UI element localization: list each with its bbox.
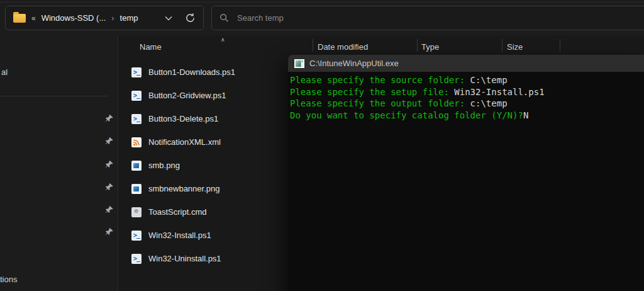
console-prompt-text: Please specify the source folder:	[290, 75, 470, 85]
column-divider[interactable]	[313, 39, 313, 52]
file-name: smbnewbanner.png	[148, 184, 219, 193]
breadcrumb-current-folder[interactable]: temp	[120, 13, 138, 23]
image-file-icon	[131, 184, 142, 194]
search-input[interactable]	[236, 13, 643, 23]
file-row[interactable]: Button2-Gridview.ps1	[123, 84, 281, 108]
column-divider[interactable]	[417, 39, 418, 52]
powershell-file-icon	[131, 114, 142, 124]
file-name: Button2-Gridview.ps1	[148, 91, 226, 100]
file-name: Win32-Uninstall.ps1	[148, 254, 221, 263]
sidebar-item-partial-bottom[interactable]: tions	[0, 275, 17, 284]
powershell-file-icon	[131, 67, 142, 77]
powershell-file-icon	[131, 91, 142, 101]
sidebar-divider	[118, 35, 118, 291]
pin-icon[interactable]	[105, 160, 114, 169]
console-prompt-text: Please specify the output folder:	[290, 98, 470, 108]
file-row[interactable]: NotificationXML.xml	[123, 131, 281, 154]
pin-icon[interactable]	[105, 137, 114, 146]
powershell-file-icon	[131, 231, 142, 241]
console-line: Please specify the source folder: C:\tem…	[290, 74, 644, 86]
address-bar[interactable]: « Windows-SSD (... › temp	[5, 6, 204, 30]
console-line: Please specify the setup file: Win32-Ins…	[290, 86, 644, 98]
window-top-border	[0, 2, 644, 3]
xml-file-icon	[131, 137, 142, 147]
console-value-text: Win32-Install.ps1	[454, 87, 544, 97]
sidebar-section-divider	[0, 96, 108, 96]
column-header-type[interactable]: Type	[421, 42, 439, 52]
search-icon	[219, 13, 229, 23]
file-explorer-window: { "toolbar": { "breadcrumb": { "overflow…	[0, 0, 644, 291]
console-window: C:\IntuneWinAppUtil.exe Please specify t…	[288, 55, 644, 291]
console-prompt-text: Do you want to specify catalog folder (Y…	[290, 110, 523, 120]
column-header-date-modified[interactable]: Date modified	[318, 42, 368, 52]
pin-icon[interactable]	[105, 114, 114, 123]
search-bar[interactable]	[211, 6, 644, 30]
breadcrumb-root[interactable]: Windows-SSD (...	[42, 13, 106, 23]
pin-icon[interactable]	[105, 205, 114, 214]
image-file-icon	[131, 161, 142, 171]
powershell-file-icon	[131, 254, 142, 264]
breadcrumb-separator: ›	[111, 13, 114, 23]
refresh-icon[interactable]	[185, 13, 196, 23]
console-output: Please specify the source folder: C:\tem…	[288, 72, 644, 291]
sort-ascending-icon: ∧	[221, 37, 225, 43]
console-prompt-text: Please specify the setup file:	[290, 87, 454, 97]
file-row[interactable]: ToastScript.cmd	[123, 201, 281, 224]
file-row[interactable]: Win32-Uninstall.ps1	[123, 248, 281, 271]
file-name: ToastScript.cmd	[148, 207, 206, 217]
pin-icon[interactable]	[105, 183, 114, 191]
console-titlebar[interactable]: C:\IntuneWinAppUtil.exe	[288, 55, 644, 72]
file-row[interactable]: smbnewbanner.png	[123, 178, 281, 201]
chevron-down-icon[interactable]	[165, 16, 172, 21]
console-line: Do you want to specify catalog folder (Y…	[290, 110, 644, 122]
pin-icon[interactable]	[105, 227, 114, 236]
file-row[interactable]: Button3-Delete.ps1	[123, 108, 281, 131]
console-value-text: C:\temp	[470, 75, 508, 85]
console-title: C:\IntuneWinAppUtil.exe	[309, 59, 399, 68]
file-name: Button1-Downloads.ps1	[148, 67, 235, 77]
file-row[interactable]: smb.png	[123, 154, 281, 178]
file-name: smb.png	[148, 161, 180, 170]
console-line: Please specify the output folder: c:\tem…	[290, 98, 644, 110]
column-header-size[interactable]: Size	[507, 42, 523, 52]
breadcrumb-overflow-chevrons[interactable]: «	[31, 14, 36, 23]
sidebar-item-partial-top[interactable]: al	[1, 67, 8, 77]
column-divider[interactable]	[560, 39, 560, 52]
console-window-icon	[294, 59, 304, 68]
file-name: Button3-Delete.ps1	[148, 114, 218, 123]
cmd-file-icon	[131, 207, 142, 217]
file-name: Win32-Install.ps1	[148, 231, 211, 240]
file-name: NotificationXML.xml	[148, 137, 221, 147]
console-value-text: c:\temp	[470, 98, 508, 108]
column-header-name[interactable]: Name	[140, 42, 162, 52]
file-row[interactable]: Win32-Install.ps1	[123, 224, 281, 248]
folder-icon	[13, 14, 26, 23]
column-divider[interactable]	[502, 39, 502, 52]
console-value-text: N	[523, 110, 528, 120]
file-row[interactable]: Button1-Downloads.ps1	[123, 61, 281, 84]
